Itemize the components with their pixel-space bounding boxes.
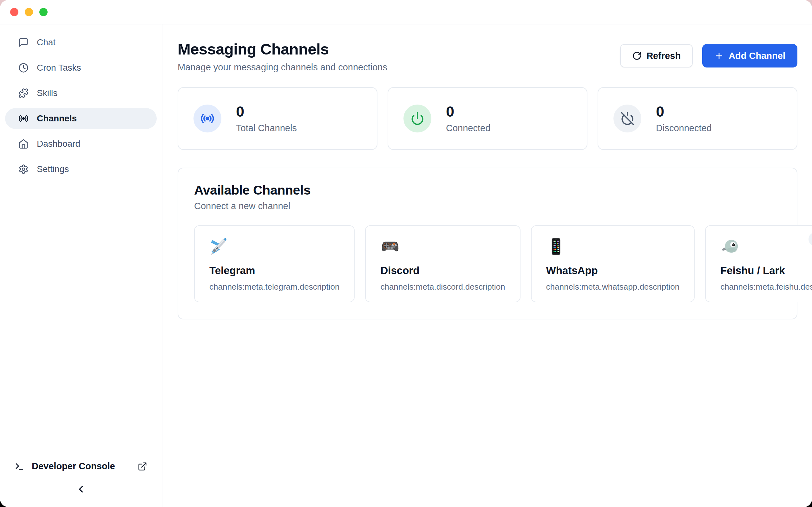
refresh-label: Refresh [647,51,681,61]
add-channel-label: Add Channel [728,51,785,61]
panel-title: Available Channels [194,183,781,198]
channel-card-telegram[interactable]: Telegram channels:meta.telegram.descript… [194,225,355,302]
channel-description: channels:meta.whatsapp.description [546,282,680,292]
mobile-phone-emoji [546,237,680,257]
page-subtitle: Manage your messaging channels and conne… [177,62,387,72]
sidebar-item-dashboard[interactable]: Dashboard [5,133,157,154]
close-button[interactable] [10,8,18,16]
channel-card-discord[interactable]: Discord channels:meta.discord.descriptio… [365,225,520,302]
channel-name: Telegram [209,265,339,277]
external-link-icon[interactable] [138,462,147,471]
main-content: Messaging Channels Manage your messaging… [162,24,812,507]
sidebar-item-skills[interactable]: Skills [5,83,157,104]
radio-icon [200,112,214,125]
sidebar-item-label: Channels [37,113,77,124]
add-channel-button[interactable]: Add Channel [702,44,798,67]
available-channels-panel: Available Channels Connect a new channel [177,168,798,320]
zoom-button[interactable] [39,8,48,16]
refresh-icon [632,51,642,60]
channel-name: Discord [380,265,505,277]
clock-icon [18,63,29,73]
stat-value: 0 [656,104,712,119]
sidebar-item-label: Skills [37,88,57,98]
stat-label: Total Channels [236,123,297,133]
panel-subtitle: Connect a new channel [194,201,781,211]
sidebar: Chat Cron Tasks Skills Channels [0,24,162,507]
home-icon [18,139,29,149]
stat-label: Disconnected [656,123,712,133]
sidebar-item-label: Cron Tasks [37,63,81,73]
channel-name: Feishu / Lark [720,265,812,277]
sidebar-item-label: Dashboard [37,139,80,149]
stat-label: Connected [446,123,490,133]
minimize-button[interactable] [25,8,33,16]
channel-description: channels:meta.telegram.description [209,282,339,292]
channel-description: channels:meta.discord.description [380,282,505,292]
sidebar-collapse-button[interactable] [72,481,89,498]
stat-value: 0 [236,104,297,119]
sidebar-item-channels[interactable]: Channels [5,108,157,129]
refresh-button[interactable]: Refresh [620,44,693,67]
power-icon [410,112,424,125]
stat-card-disconnected: 0 Disconnected [598,87,798,150]
sidebar-item-chat[interactable]: Chat [5,32,157,53]
game-controller-emoji [380,237,505,257]
app-window: Chat Cron Tasks Skills Channels [0,0,812,507]
puzzle-icon [18,88,29,98]
sidebar-item-cron-tasks[interactable]: Cron Tasks [5,57,157,78]
sidebar-item-settings[interactable]: Settings [5,159,157,180]
stat-icon-wrap-0 [194,105,221,132]
page-title: Messaging Channels [177,40,387,58]
airplane-emoji [209,237,339,257]
power-off-icon [620,112,635,125]
channel-description: channels:meta.feishu.description [720,282,812,292]
stat-card-connected: 0 Connected [388,87,588,150]
sidebar-item-label: Chat [37,38,55,48]
channel-name: WhatsApp [546,265,680,277]
chevron-left-icon [75,484,86,495]
plus-icon [714,51,724,60]
stat-value: 0 [446,104,490,119]
chat-icon [18,38,29,48]
developer-console-link[interactable]: Developer Console [0,461,162,471]
channel-card-whatsapp[interactable]: WhatsApp channels:meta.whatsapp.descript… [531,225,695,302]
developer-console-label: Developer Console [32,461,115,471]
stat-icon-wrap-2 [613,105,641,132]
stat-icon-wrap-1 [403,105,432,132]
radio-icon [18,113,29,124]
bird-emoji [720,237,812,257]
terminal-icon [14,462,24,471]
gear-icon [18,164,29,174]
stat-card-total-channels: 0 Total Channels [177,87,377,150]
sidebar-item-label: Settings [37,164,69,174]
channel-card-feishu[interactable]: Plugin Feishu / Lark [705,225,812,302]
titlebar [0,0,812,24]
